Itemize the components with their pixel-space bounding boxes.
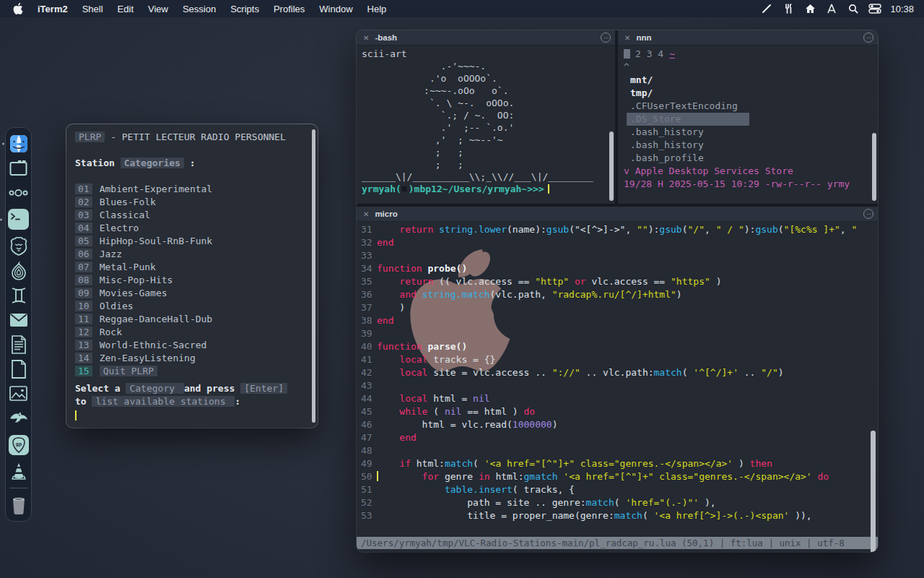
code-line-50[interactable]: 50 for genre in html:gmatch '<a href="[^… (357, 470, 878, 483)
code-line-47[interactable]: 47 end (357, 431, 878, 444)
nnn-scrollbar[interactable] (872, 133, 876, 201)
station-category-04[interactable]: 04Electro (75, 222, 310, 235)
category-number: 06 (75, 249, 92, 259)
pane-divider[interactable] (615, 30, 618, 204)
nnn-file-row[interactable]: mnt/ (624, 74, 878, 87)
station-category-08[interactable]: 08Misc-Pop-Hits (75, 274, 310, 287)
image-icon[interactable] (9, 384, 28, 403)
code-line-35[interactable]: 35 return (( vlc.access == "http" or vlc… (357, 275, 878, 288)
menu-item-edit[interactable]: Edit (110, 4, 141, 14)
vlc-cone-icon[interactable] (9, 462, 28, 481)
category-label: Rock (100, 327, 122, 337)
app-logo-icon[interactable] (822, 2, 841, 15)
code-line-37[interactable]: 37 ) (357, 301, 878, 314)
code-line-36[interactable]: 36 and string.match(vlc.path, "radcap%.r… (357, 288, 878, 301)
close-tab-icon[interactable]: ✕ (363, 34, 369, 42)
nnn-file-row[interactable]: tmp/ (624, 87, 878, 100)
nnn-file-row[interactable]: .bash_history (624, 139, 878, 152)
close-tab-icon[interactable]: ✕ (624, 34, 630, 42)
station-category-09[interactable]: 09Movies-Games (75, 287, 310, 300)
code-line-44[interactable]: 44 local html = nil (357, 392, 878, 405)
code-line-31[interactable]: 31 return string.lower(name):gsub("<[^>]… (357, 223, 878, 236)
micro-status-bar: /Users/yrmyah/tmp/VLC-Radio-Stations-mai… (357, 537, 878, 549)
guitar-pick-icon[interactable]: gp (6, 433, 30, 457)
dock: gp (5, 127, 32, 522)
footer-line-1: Select a Category and press [Enter] (75, 382, 310, 395)
code-line-43[interactable]: 43 (357, 379, 878, 392)
station-category-01[interactable]: 01Ambient-Experimental (75, 183, 310, 196)
menu-item-window[interactable]: Window (312, 4, 359, 14)
gemini-icon[interactable] (9, 285, 28, 305)
pencil-icon[interactable] (757, 2, 776, 15)
category-label: Blues-Folk (100, 197, 156, 207)
code-line-48[interactable]: 48 (357, 444, 878, 457)
nnn-file-row[interactable]: .CFUserTextEncoding (624, 100, 878, 113)
plrp-scrollbar[interactable] (312, 129, 315, 423)
menu-item-session[interactable]: Session (175, 4, 223, 14)
nodes-icon[interactable] (9, 183, 28, 202)
code-line-53[interactable]: 53 title = proper_name(genre:match( '<a … (357, 509, 878, 522)
menu-item-scripts[interactable]: Scripts (223, 4, 266, 14)
code-line-34[interactable]: 34function probe() (357, 262, 878, 275)
code-line-32[interactable]: 32end (357, 236, 878, 249)
station-category-03[interactable]: 03Classical (75, 209, 310, 222)
code-line-33[interactable]: 33 (357, 249, 878, 262)
close-tab-icon[interactable]: ✕ (363, 210, 369, 218)
wrench-icon[interactable] (779, 2, 798, 15)
nnn-file-row[interactable]: .bash_history (624, 126, 878, 139)
station-category-14[interactable]: 14Zen-EasyListening (75, 352, 310, 365)
menu-item-help[interactable]: Help (360, 4, 394, 14)
plrp-input-cursor[interactable] (75, 410, 77, 420)
bash-scrollbar[interactable] (609, 131, 614, 201)
station-category-13[interactable]: 13World-Ethnic-Sacred (75, 339, 310, 352)
code-line-42[interactable]: 42 local site = vlc.access .. "://" .. v… (357, 366, 878, 379)
code-line-51[interactable]: 51 table.insert( tracks, { (357, 483, 878, 496)
text-document-icon[interactable] (9, 335, 28, 354)
tab-menu-icon[interactable]: ··· (863, 209, 873, 219)
bash-output-line: scii-art (362, 48, 615, 60)
menu-item-profiles[interactable]: Profiles (266, 4, 312, 14)
footer-text: Select a (75, 383, 126, 394)
bash-tab-bar: ✕ -bash ··· (357, 30, 615, 46)
code-line-41[interactable]: 41 local tracks = {} (357, 353, 878, 366)
code-line-45[interactable]: 45 while ( nil == html ) do (357, 405, 878, 418)
code-line-39[interactable]: 39 (357, 327, 878, 340)
tab-menu-icon[interactable]: ··· (863, 33, 873, 43)
terminal-icon[interactable] (6, 207, 30, 231)
station-category-02[interactable]: 02Blues-Folk (75, 196, 310, 209)
station-category-07[interactable]: 07Metal-Punk (75, 261, 310, 274)
station-category-05[interactable]: 05HipHop-Soul-RnB-Funk (75, 235, 310, 248)
station-category-12[interactable]: 12Rock (75, 326, 310, 339)
micro-scrollbar[interactable] (871, 431, 876, 552)
brave-lion-icon[interactable] (9, 236, 28, 256)
search-icon[interactable] (844, 2, 863, 15)
menu-item-view[interactable]: View (141, 4, 175, 14)
code-line-46[interactable]: 46 html = vlc.read(1000000) (357, 418, 878, 431)
ascii-art: .-'~~~-. .'o oOOOo`. :~~~-.oOo o`. `. \ … (362, 60, 615, 183)
nnn-file-row[interactable]: .bash_profile (624, 152, 878, 165)
blank-document-icon[interactable] (9, 359, 28, 379)
bird-icon[interactable] (9, 408, 28, 428)
menu-item-shell[interactable]: Shell (75, 4, 110, 14)
trash-icon[interactable] (9, 495, 28, 514)
tor-onion-icon[interactable] (9, 261, 28, 280)
station-category-10[interactable]: 10Oldies (75, 300, 310, 313)
station-category-15[interactable]: 15Quit PLRP (75, 365, 310, 378)
finder-icon[interactable] (9, 134, 28, 153)
home-icon[interactable] (801, 2, 819, 15)
micro-editor[interactable]: 31 return string.lower(name):gsub("<[^>]… (357, 222, 878, 552)
bash-prompt[interactable]: yrmyah()mbp12~/Users/yrmyah~>>> (362, 183, 615, 195)
station-category-06[interactable]: 06Jazz (75, 248, 310, 261)
tab-menu-icon[interactable]: ··· (601, 33, 611, 43)
app-window-icon[interactable] (9, 158, 28, 178)
nnn-selected-file[interactable]: .DS_Store (624, 113, 878, 126)
code-line-52[interactable]: 52 path = site .. genre:match( 'href="(.… (357, 496, 878, 509)
code-line-38[interactable]: 38end (357, 314, 878, 327)
code-line-40[interactable]: 40function parse() (357, 340, 878, 353)
mail-icon[interactable] (9, 310, 28, 329)
station-category-11[interactable]: 11Reggae-DanceHall-Dub (75, 313, 310, 326)
menu-item-iterm2[interactable]: iTerm2 (30, 4, 75, 14)
code-line-49[interactable]: 49 if html:match( '<a href="[^"]+" class… (357, 457, 878, 470)
apple-menu-icon[interactable] (13, 3, 23, 14)
control-center-icon[interactable] (866, 2, 884, 15)
